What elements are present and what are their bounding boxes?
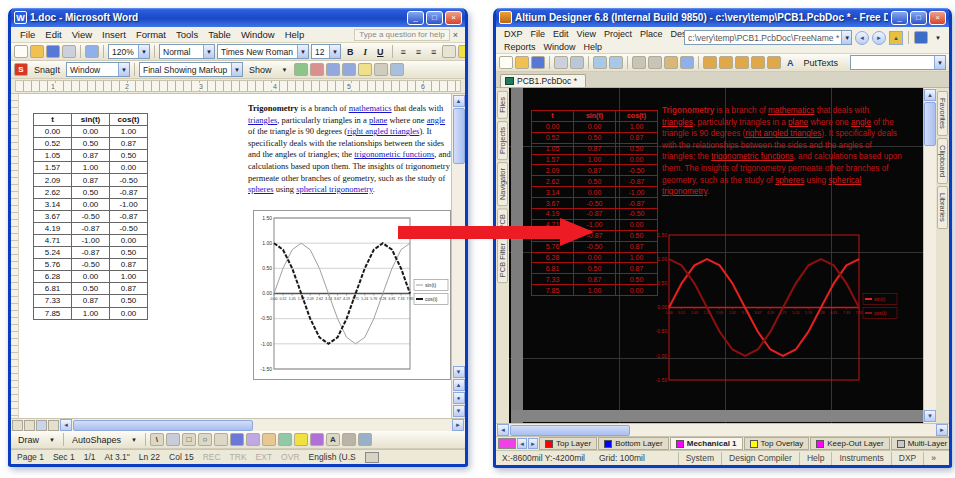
word-titlebar[interactable]: W 1.doc - Microsoft Word _ □ × [11,8,465,27]
scroll-up-icon[interactable]: ▲ [924,89,936,101]
insert-comment-icon[interactable] [358,63,372,76]
snagit-window-combo[interactable]: Window▼ [66,62,130,77]
menu-view[interactable]: View [67,28,97,41]
menu-place[interactable]: Place [636,29,667,39]
panel-tab-libraries[interactable]: Libraries [937,186,948,229]
layer-tab-bottom-layer[interactable]: Bottom Layer [598,437,669,450]
word-art-icon[interactable] [230,433,244,446]
hyperlink[interactable]: trigonometric functions [354,149,434,159]
panel-button-design-compiler[interactable]: Design Compiler [721,452,799,465]
minimize-button[interactable]: _ [407,11,424,25]
chevron-down-icon[interactable]: ▼ [329,45,340,58]
menu-tools[interactable]: Tools [171,28,203,41]
line-icon[interactable]: \ [150,433,164,446]
forward-icon[interactable]: ► [872,31,886,45]
hyperlink[interactable]: angle [851,118,871,127]
workspace-icon[interactable] [914,31,928,44]
open-folder-icon[interactable] [30,45,44,58]
layer-tab-top-layer[interactable]: Top Layer [539,437,597,450]
menu-edit[interactable]: Edit [40,28,66,41]
panel-tab-pcb-filter[interactable]: PCB Filter [497,237,508,283]
normal-view-button[interactable] [12,420,23,431]
align-left-icon[interactable]: ≡ [397,46,410,58]
scrollbar-thumb[interactable] [510,425,630,436]
command-combo[interactable]: ▼ [850,55,946,70]
menu-edit[interactable]: Edit [549,29,573,39]
draw-menu-button[interactable]: Draw [14,434,43,446]
rectangle-icon[interactable]: □ [182,433,196,446]
menu-view[interactable]: View [573,29,600,39]
panel-tab-projects[interactable]: Projects [497,121,508,160]
font-size-combo[interactable]: 12▼ [311,44,341,59]
highlight-icon[interactable] [458,45,465,58]
print-icon[interactable] [62,45,76,58]
chevron-down-icon[interactable]: ▼ [138,45,149,58]
panel-button-help[interactable]: Help [799,452,831,465]
chevron-down-icon[interactable]: ▼ [934,56,945,69]
scroll-down-icon[interactable]: ▼ [924,410,936,422]
vertical-scrollbar[interactable]: ▲ ▼ ▲ ● ▼ [451,94,465,418]
outline-view-button[interactable] [48,420,59,431]
undo-icon[interactable] [85,45,99,58]
close-button[interactable]: × [445,11,462,25]
show-menu-button[interactable]: Show [245,64,276,76]
close-button[interactable]: × [929,11,946,25]
3d-style-icon[interactable] [358,433,372,446]
open-document-icon[interactable] [515,56,529,69]
previous-change-icon[interactable] [326,63,340,76]
up-one-level-icon[interactable]: ▲ [889,31,903,45]
maximize-button[interactable]: □ [426,11,443,25]
menu-table[interactable]: Table [203,28,236,41]
scroll-left-icon[interactable]: ◄ [60,419,72,431]
menu-file[interactable]: File [15,28,40,41]
panel-tab-favorites[interactable]: Favorites [937,91,948,136]
current-layer-color-swatch[interactable] [498,438,516,449]
font-color-icon[interactable]: A [326,433,340,446]
line-color-icon[interactable] [310,433,324,446]
scrollbar-thumb[interactable] [924,102,936,146]
document-close-icon[interactable]: × [450,30,461,40]
horizontal-scrollbar[interactable]: ◄ ► [496,423,949,436]
document-path-combo[interactable]: c:\very\temp\PCB1.PcbDoc\FreeName *▼ [684,30,852,45]
layer-tab-mechanical-1[interactable]: Mechanical 1 [670,437,743,450]
diagram-icon[interactable] [246,433,260,446]
previous-page-icon[interactable]: ▲ [453,379,465,391]
copy-icon[interactable] [648,56,662,69]
hyperlink[interactable]: angle [427,115,445,125]
scroll-down-icon[interactable]: ▼ [453,366,465,378]
minimize-button[interactable]: _ [891,11,908,25]
zoom-fit-icon[interactable] [609,56,623,69]
bold-button[interactable]: B [343,46,358,58]
chevron-down-icon[interactable]: ▼ [127,436,141,444]
cut-icon[interactable] [632,56,646,69]
chevron-down-icon[interactable]: ▼ [231,63,242,76]
layer-tab-keep-out-layer[interactable]: Keep-Out Layer [810,437,889,450]
back-icon[interactable]: ◄ [855,31,869,45]
autoshapes-menu-button[interactable]: AutoShapes [68,434,125,446]
scroll-right-icon[interactable]: ► [936,424,948,436]
menu-format[interactable]: Format [131,28,171,41]
chevron-down-icon[interactable]: ▼ [931,34,945,42]
hyperlink[interactable]: triangles [662,118,693,127]
oval-icon[interactable]: ○ [198,433,212,446]
hyperlink[interactable]: spheres [248,184,274,194]
panel-tab-files[interactable]: Files [497,91,508,119]
pcb-editor-canvas[interactable]: t sin(t) cos(t) 0.000.001.000.520.500.87… [509,88,923,423]
chevron-down-icon[interactable]: ▼ [118,63,129,76]
new-document-icon[interactable] [14,45,28,58]
menu-window[interactable]: Window [540,42,580,52]
menu-dxp[interactable]: DXP [500,29,527,39]
track-changes-icon[interactable] [374,63,388,76]
menu-project[interactable]: Project [600,29,636,39]
chevron-down-icon[interactable]: ▼ [841,31,852,44]
web-layout-view-button[interactable] [24,420,35,431]
layer-scroll-right-icon[interactable]: ► [528,438,538,449]
menu-help[interactable]: Help [280,28,310,41]
zoom-combo[interactable]: 120%▼ [108,44,150,59]
panel-button-[interactable]: » [923,452,943,465]
print-layout-view-button[interactable] [36,420,47,431]
hyperlink[interactable]: spheres [775,176,804,185]
panel-tab-clipboard[interactable]: Clipboard [937,138,948,184]
tab-pcb1-pcbdoc[interactable]: PCB1.PcbDoc * [500,74,586,87]
hyperlink[interactable]: right angled triangles [347,126,419,136]
